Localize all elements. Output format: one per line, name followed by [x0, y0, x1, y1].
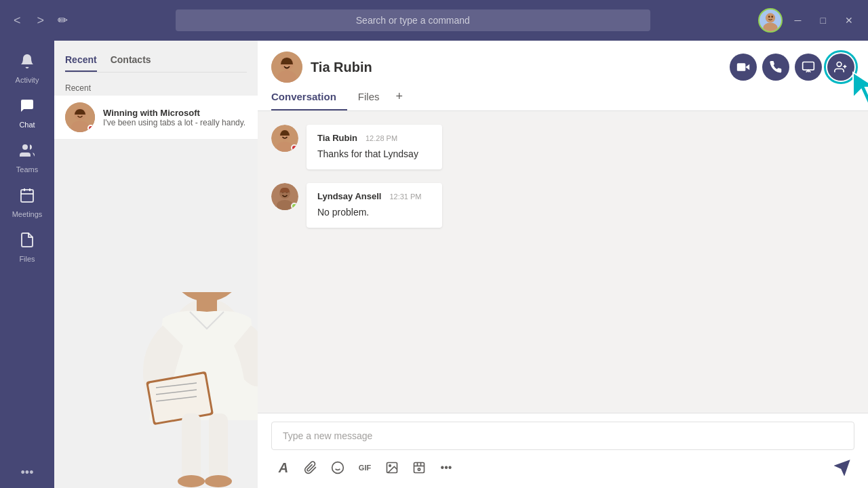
- svg-point-14: [163, 298, 251, 420]
- lyndsay-status: [291, 203, 298, 209]
- illustration-container: [54, 292, 258, 489]
- input-placeholder: Type a new message: [283, 430, 372, 441]
- svg-rect-5: [21, 190, 33, 202]
- teams-icon: [19, 142, 35, 163]
- svg-line-25: [156, 396, 197, 401]
- more-button[interactable]: •••: [13, 458, 42, 488]
- svg-point-28: [178, 475, 205, 487]
- title-bar: < > ✏ Search or type a command ─ □ ✕: [0, 0, 868, 41]
- nav-controls: < > ✏: [0, 11, 76, 30]
- message-2: Lyndsay Ansell 12:31 PM No problem.: [271, 183, 854, 228]
- chat-list-panel: Recent Contacts Recent Winning with Micr…: [54, 41, 258, 488]
- sidebar: Activity Chat Teams: [0, 41, 54, 488]
- person-illustration: [108, 292, 258, 489]
- files-label: Files: [19, 255, 35, 263]
- main-chat: Tia Rubin: [258, 41, 868, 488]
- status-indicator: [87, 125, 94, 131]
- minimize-button[interactable]: ─: [788, 12, 808, 28]
- title-bar-right: ─ □ ✕: [750, 8, 868, 33]
- svg-point-3: [771, 16, 773, 18]
- svg-line-23: [156, 383, 197, 388]
- user-avatar[interactable]: [758, 8, 783, 33]
- chat-label: Chat: [19, 121, 35, 129]
- activity-icon: [19, 53, 35, 73]
- svg-point-29: [205, 475, 232, 487]
- svg-marker-35: [745, 64, 749, 70]
- screen-share-button[interactable]: [795, 54, 822, 81]
- msg-meta-1: Tia Rubin 12.28 PM: [317, 133, 431, 143]
- message-1: Tia Rubin 12.28 PM Thanks for that Lynds…: [271, 125, 854, 169]
- svg-rect-27: [209, 413, 228, 481]
- msg-sender-2: Lyndsay Ansell: [317, 191, 381, 201]
- svg-point-39: [837, 62, 842, 67]
- chat-header-name: Tia Rubin: [311, 60, 372, 75]
- add-tab-button[interactable]: +: [391, 84, 409, 109]
- svg-line-24: [156, 390, 197, 394]
- chat-item-preview: I've been using tabs a lot - really hand…: [103, 118, 247, 127]
- svg-rect-36: [737, 63, 746, 71]
- msg-meta-2: Lyndsay Ansell 12:31 PM: [317, 191, 431, 201]
- svg-point-0: [765, 13, 774, 22]
- chat-item-content: Winning with Microsoft I've been using t…: [103, 108, 247, 127]
- search-bar[interactable]: Search or type a command: [176, 9, 650, 31]
- svg-rect-22: [149, 373, 212, 423]
- attach-button[interactable]: [298, 455, 323, 480]
- chat-item[interactable]: Winning with Microsoft I've been using t…: [54, 96, 258, 140]
- files-icon: [19, 232, 35, 252]
- audio-call-button[interactable]: [762, 54, 789, 81]
- chat-item-avatar: [65, 102, 95, 132]
- emoji-button[interactable]: [326, 455, 350, 480]
- tab-recent[interactable]: Recent: [65, 54, 97, 72]
- msg-avatar-lyndsay: [271, 183, 298, 210]
- svg-rect-37: [803, 62, 814, 70]
- chat-tabs: Recent Contacts: [65, 54, 247, 73]
- tab-conversation[interactable]: Conversation: [271, 83, 347, 110]
- chat-items: Winning with Microsoft I've been using t…: [54, 96, 258, 292]
- messages-area: Tia Rubin 12.28 PM Thanks for that Lynds…: [258, 111, 868, 413]
- compose-icon[interactable]: ✏: [58, 13, 68, 28]
- chat-icon: [19, 98, 35, 118]
- msg-time-2: 12:31 PM: [389, 192, 421, 201]
- sidebar-item-meetings[interactable]: Meetings: [3, 180, 51, 225]
- forward-button[interactable]: >: [32, 11, 50, 30]
- tab-files[interactable]: Files: [347, 83, 391, 110]
- sticker-button[interactable]: [380, 455, 404, 480]
- close-button[interactable]: ✕: [838, 12, 860, 28]
- svg-point-53: [332, 462, 344, 474]
- chat-header-actions: [730, 54, 854, 81]
- sidebar-item-activity[interactable]: Activity: [3, 46, 51, 91]
- gif-button[interactable]: GIF: [353, 455, 377, 480]
- msg-bubble-2: Lyndsay Ansell 12:31 PM No problem.: [307, 183, 442, 228]
- svg-rect-26: [182, 413, 201, 481]
- back-button[interactable]: <: [8, 11, 26, 30]
- sidebar-item-files[interactable]: Files: [3, 225, 51, 270]
- chat-item-name: Winning with Microsoft: [103, 108, 247, 118]
- schedule-button[interactable]: [407, 455, 431, 480]
- svg-point-2: [768, 16, 770, 18]
- svg-point-15: [170, 292, 244, 302]
- msg-text-2: No problem.: [317, 205, 431, 220]
- video-call-button[interactable]: [730, 54, 757, 81]
- chat-list-header: Recent Contacts Recent: [54, 41, 258, 96]
- chat-subheader: Recent: [65, 78, 247, 96]
- message-toolbar: A GIF: [271, 455, 854, 480]
- chat-header-avatar: [271, 52, 302, 83]
- conversation-tabs: Conversation Files +: [258, 83, 868, 111]
- sidebar-item-teams[interactable]: Teams: [3, 136, 51, 180]
- svg-point-62: [418, 468, 420, 470]
- meetings-icon: [19, 187, 35, 207]
- svg-point-57: [389, 465, 391, 467]
- message-input-box[interactable]: Type a new message: [271, 422, 854, 450]
- send-button[interactable]: [830, 455, 854, 480]
- msg-bubble-1: Tia Rubin 12.28 PM Thanks for that Lynds…: [307, 125, 442, 169]
- maximize-button[interactable]: □: [814, 12, 833, 28]
- teams-label: Teams: [16, 165, 38, 174]
- msg-avatar-tia: [271, 125, 298, 152]
- activity-label: Activity: [16, 76, 39, 84]
- format-text-button[interactable]: A: [271, 455, 296, 480]
- tab-contacts[interactable]: Contacts: [111, 54, 151, 72]
- add-people-button[interactable]: [827, 54, 854, 81]
- sidebar-item-chat[interactable]: Chat: [3, 91, 51, 136]
- tia-status: [291, 144, 298, 151]
- more-toolbar-button[interactable]: •••: [434, 455, 458, 480]
